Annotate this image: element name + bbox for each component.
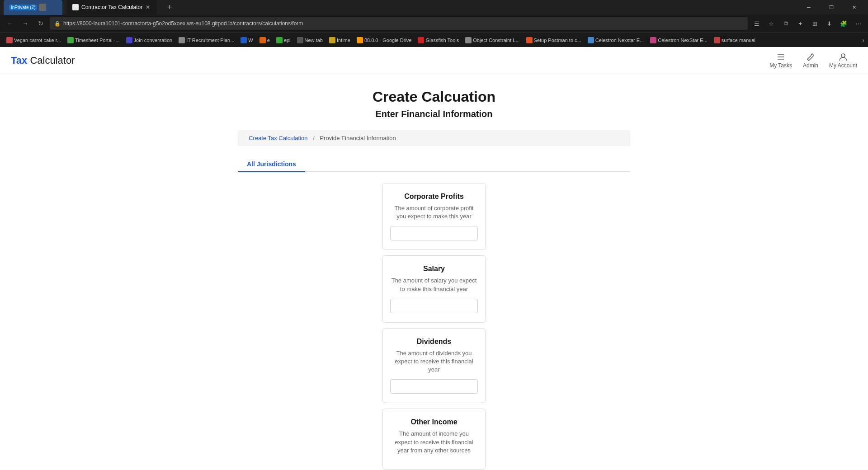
bookmark-favicon <box>241 37 247 43</box>
new-tab-button[interactable]: + <box>163 1 176 14</box>
bookmark-google-drive[interactable]: 08.0.0 - Google Drive <box>354 35 415 46</box>
bookmark-join-conversation[interactable]: Join conversation <box>123 35 175 46</box>
bookmarks-more-button[interactable]: › <box>862 37 864 44</box>
page-content: Tax Calculator My Tasks Admin <box>0 47 868 470</box>
tabs-row: All Jurisdictions <box>238 157 630 172</box>
bookmark-setup-postman[interactable]: Setup Postman to c... <box>524 35 584 46</box>
lock-icon: 🔒 <box>54 21 61 27</box>
tab-title: Contractor Tax Calculator <box>81 4 142 10</box>
page-subtitle: Enter Financial Information <box>238 109 630 119</box>
bookmark-favicon <box>276 37 283 43</box>
refresh-button[interactable]: ↻ <box>34 17 47 30</box>
bookmark-favicon <box>526 37 533 43</box>
main-content: Create Calcuation Enter Financial Inform… <box>231 74 637 470</box>
bookmark-favicon <box>179 37 185 43</box>
other-income-desc: The amount of income you expect to recei… <box>390 430 478 455</box>
dividends-card: Dividends The amount of dividends you ex… <box>382 328 486 404</box>
user-icon <box>839 52 848 61</box>
bookmark-new-tab[interactable]: New tab <box>294 35 326 46</box>
wrench-icon <box>806 52 815 61</box>
bookmark-celestron[interactable]: Celestron NexStar E... <box>647 35 710 46</box>
form-container: Corporate Profits The amount of corporat… <box>238 183 630 470</box>
other-income-title: Other Income <box>390 418 478 426</box>
bookmark-favicon <box>259 37 266 43</box>
minimize-button[interactable]: ─ <box>798 0 819 14</box>
bookmark-favicon <box>357 37 363 43</box>
dividends-title: Dividends <box>390 338 478 346</box>
bookmark-glassfish[interactable]: Glassfish Tools <box>415 35 462 46</box>
logo-tax: Tax <box>11 55 27 66</box>
downloads-icon[interactable]: ⬇ <box>823 17 835 30</box>
dividends-desc: The amount of dividends you expect to re… <box>390 349 478 374</box>
bookmark-object-constraint[interactable]: Object Constraint L... <box>462 35 522 46</box>
tab-inprivate[interactable]: InPrivate (2) <box>4 0 62 15</box>
browser-chrome: InPrivate (2) Contractor Tax Calculator … <box>0 0 868 47</box>
bookmark-favicon <box>650 37 656 43</box>
app-logo: Tax Calculator <box>11 55 75 66</box>
breadcrumb: Create Tax Calculation / Provide Financi… <box>238 130 630 146</box>
salary-desc: The amount of salary you expect to make … <box>390 277 478 293</box>
logo-rest: Calculator <box>27 55 75 66</box>
svg-point-3 <box>841 54 845 57</box>
corporate-profits-card: Corporate Profits The amount of corporat… <box>382 183 486 250</box>
tab-contractor[interactable]: Contractor Tax Calculator ✕ <box>67 0 157 15</box>
extensions-icon[interactable]: 🧩 <box>837 17 850 30</box>
breadcrumb-separator: / <box>313 135 315 141</box>
bookmark-favicon <box>126 37 132 43</box>
salary-card: Salary The amount of salary you expect t… <box>382 255 486 322</box>
bookmark-vegan-cake[interactable]: Vegan carrot cake r... <box>4 35 64 46</box>
bookmark-favicon <box>329 37 335 43</box>
bookmark-favicon <box>418 37 424 43</box>
bookmark-favicon <box>588 37 594 43</box>
app-header: Tax Calculator My Tasks Admin <box>0 47 868 74</box>
salary-title: Salary <box>390 265 478 273</box>
bookmark-it-recruitment[interactable]: IT Recruitment Plan... <box>176 35 237 46</box>
url-bar[interactable]: 🔒 https://8000-laura10101-contractorta-g… <box>50 17 748 30</box>
salary-input[interactable] <box>390 299 478 313</box>
tab-close-button[interactable]: ✕ <box>144 4 151 11</box>
corporate-profits-title: Corporate Profits <box>390 193 478 201</box>
breadcrumb-link[interactable]: Create Tax Calculation <box>249 135 308 141</box>
admin-nav[interactable]: Admin <box>803 52 818 69</box>
header-nav: My Tasks Admin My Account <box>769 52 857 69</box>
bookmark-favicon <box>465 37 472 43</box>
tab-all-jurisdictions[interactable]: All Jurisdictions <box>238 157 305 172</box>
bookmark-favicon <box>6 37 13 43</box>
bookmark-intime[interactable]: Intime <box>326 35 353 46</box>
bookmark-e[interactable]: e <box>257 35 273 46</box>
collections-icon[interactable]: ⊞ <box>808 17 821 30</box>
bookmark-favicon <box>714 37 720 43</box>
inprivate-badge: InPrivate (2) <box>9 5 37 10</box>
bookmark-surface-manual[interactable]: surface manual <box>711 35 758 46</box>
bookmark-favicon <box>67 37 74 43</box>
corporate-profits-input[interactable] <box>390 226 478 240</box>
bookmarks-bar: Vegan carrot cake r... Timesheet Portal … <box>0 33 868 47</box>
back-button[interactable]: ← <box>4 17 16 30</box>
page-title: Create Calcuation <box>238 89 630 105</box>
corporate-profits-desc: The amount of corporate profit you expec… <box>390 204 478 221</box>
bookmark-epl[interactable]: epl <box>274 35 293 46</box>
window-controls: ─ ❐ ✕ <box>798 0 864 14</box>
reader-view-icon[interactable]: ☰ <box>750 17 763 30</box>
breadcrumb-current: Provide Financial Information <box>320 135 396 141</box>
split-screen-icon[interactable]: ⧉ <box>779 17 792 30</box>
bookmark-word[interactable]: W <box>238 35 255 46</box>
address-bar-icons: ☰ ☆ ⧉ ✦ ⊞ ⬇ 🧩 ⋯ <box>750 17 864 30</box>
settings-more-icon[interactable]: ⋯ <box>852 17 864 30</box>
my-account-nav[interactable]: My Account <box>829 52 857 69</box>
close-button[interactable]: ✕ <box>844 0 864 14</box>
bookmark-timesheet[interactable]: Timesheet Portal -... <box>65 35 123 46</box>
favorites-icon[interactable]: ☆ <box>765 17 778 30</box>
dividends-input[interactable] <box>390 379 478 394</box>
tasks-icon <box>776 52 785 61</box>
other-income-card: Other Income The amount of income you ex… <box>382 409 486 470</box>
my-tasks-nav[interactable]: My Tasks <box>769 52 792 69</box>
address-bar: ← → ↻ 🔒 https://8000-laura10101-contract… <box>0 14 868 33</box>
browser-essentials-icon[interactable]: ✦ <box>794 17 807 30</box>
bookmark-favicon <box>297 37 303 43</box>
forward-button[interactable]: → <box>19 17 32 30</box>
bookmark-celestron-e[interactable]: Celestron Nexstar E... <box>585 35 647 46</box>
title-bar: InPrivate (2) Contractor Tax Calculator … <box>0 0 868 14</box>
url-text: https://8000-laura10101-contractorta-g5o… <box>63 20 303 27</box>
restore-button[interactable]: ❐ <box>821 0 842 14</box>
